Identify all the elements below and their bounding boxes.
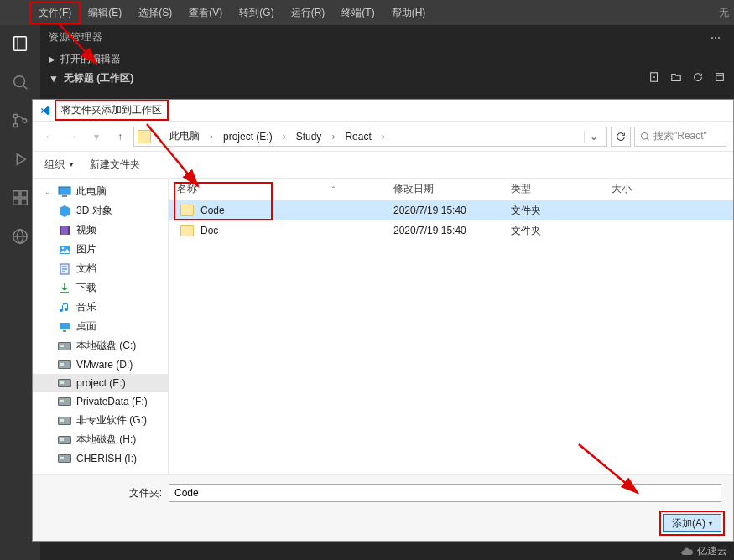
dialog-footer: 文件夹: 添加(A) ▾ <box>33 474 733 541</box>
tree-item-label: 本地磁盘 (C:) <box>76 339 136 353</box>
tree-item-label: 此电脑 <box>76 184 107 199</box>
tree-item[interactable]: 非专业软件 (G:) <box>33 411 168 430</box>
window-title-right: 无 <box>719 6 734 20</box>
tree-item[interactable]: CHERISH (I:) <box>33 449 168 468</box>
menu-view[interactable]: 查看(V) <box>180 3 231 23</box>
svg-point-1 <box>13 114 18 118</box>
chevron-right-icon: › <box>378 131 388 143</box>
tree-item-label: 非专业软件 (G:) <box>76 413 147 428</box>
workspace-section[interactable]: ▼ 无标题 (工作区) <box>40 69 734 88</box>
disk-icon <box>58 395 71 408</box>
menu-select[interactable]: 选择(S) <box>130 3 180 23</box>
menu-run[interactable]: 运行(R) <box>283 3 334 23</box>
workspace-label: 无标题 (工作区) <box>64 71 133 86</box>
chevron-right-icon: › <box>328 131 338 143</box>
doc-icon <box>58 262 71 276</box>
svg-rect-4 <box>13 191 19 197</box>
tree-item[interactable]: 音乐 <box>33 298 168 317</box>
file-date: 2020/7/19 15:40 <box>385 225 502 236</box>
tree-item[interactable]: VMware (D:) <box>33 355 168 374</box>
disk-icon <box>58 414 71 428</box>
menu-file[interactable]: 文件(F) <box>30 3 80 23</box>
nav-recent-icon[interactable]: ▾ <box>86 127 107 147</box>
extensions-icon[interactable] <box>10 188 30 208</box>
tree-item-label: 3D 对象 <box>76 204 112 218</box>
collapse-icon[interactable] <box>714 71 726 86</box>
tree-item[interactable]: 文档 <box>33 259 168 278</box>
explorer-panel: 资源管理器 ⋯ ▶ 打开的编辑器 ▼ 无标题 (工作区) <box>40 25 734 101</box>
crumb-react[interactable]: React <box>340 129 376 144</box>
monitor-icon <box>58 185 71 199</box>
dialog-toolbar: 组织▼ 新建文件夹 <box>33 152 733 179</box>
crumb-study[interactable]: Study <box>291 129 327 144</box>
file-type: 文件夹 <box>502 204 603 218</box>
more-icon[interactable]: ⋯ <box>707 32 726 44</box>
column-date[interactable]: 修改日期 <box>385 182 502 196</box>
tree-item[interactable]: 视频 <box>33 220 168 240</box>
breadcrumb[interactable]: › 此电脑 › project (E:) › Study › React › ⌄ <box>133 127 607 147</box>
menu-help[interactable]: 帮助(H) <box>383 3 435 23</box>
music-icon <box>58 301 71 314</box>
svg-rect-16 <box>68 226 70 235</box>
tree-this-pc[interactable]: ⌄ 此电脑 <box>33 182 168 201</box>
svg-rect-13 <box>62 195 67 197</box>
tree-item[interactable]: 本地磁盘 (C:) <box>33 336 168 355</box>
svg-rect-15 <box>60 226 61 235</box>
split-dropdown-icon: ▾ <box>709 520 712 527</box>
svg-rect-21 <box>63 330 66 332</box>
refresh-button[interactable] <box>611 127 631 147</box>
tree-item[interactable]: 3D 对象 <box>33 201 168 220</box>
debug-icon[interactable] <box>10 149 30 169</box>
svg-rect-7 <box>21 199 27 205</box>
new-folder-button[interactable]: 新建文件夹 <box>90 158 140 172</box>
search-input[interactable]: 搜索"React" <box>634 127 726 147</box>
menu-go[interactable]: 转到(G) <box>231 3 282 23</box>
breadcrumb-dropdown-icon[interactable]: ⌄ <box>584 131 603 143</box>
search-icon[interactable] <box>10 72 30 92</box>
svg-rect-5 <box>21 191 27 197</box>
search-icon <box>640 132 650 142</box>
dialog-titlebar: 将文件夹添加到工作区 <box>33 100 733 122</box>
explorer-icon[interactable] <box>10 34 30 54</box>
disk-icon <box>58 340 71 353</box>
file-row[interactable]: Code 2020/7/19 15:40 文件夹 <box>169 200 733 220</box>
disk-icon <box>58 358 71 371</box>
svg-rect-20 <box>60 323 70 329</box>
nav-up-icon[interactable]: ↑ <box>110 127 130 147</box>
tree-item[interactable]: PrivateData (F:) <box>33 392 168 411</box>
source-control-icon[interactable] <box>10 111 30 131</box>
column-name[interactable]: 名称ˆ <box>169 182 385 196</box>
refresh-icon[interactable] <box>692 71 704 86</box>
tree-item[interactable]: project (E:) <box>33 374 168 392</box>
vscode-logo-icon <box>39 105 51 117</box>
open-editors-section[interactable]: ▶ 打开的编辑器 <box>40 49 734 69</box>
tree-item[interactable]: 图片 <box>33 240 168 259</box>
tree-item[interactable]: 下载 <box>33 278 168 298</box>
menu-terminal[interactable]: 终端(T) <box>333 3 383 23</box>
column-type[interactable]: 类型 <box>502 182 603 196</box>
menu-edit[interactable]: 编辑(E) <box>80 3 130 23</box>
svg-point-2 <box>13 123 18 127</box>
file-list-header: 名称ˆ 修改日期 类型 大小 <box>169 179 733 200</box>
svg-rect-6 <box>13 199 19 205</box>
chevron-right-icon: › <box>153 131 163 143</box>
crumb-root[interactable]: 此电脑 <box>164 127 205 145</box>
tree-item[interactable]: 桌面 <box>33 317 168 336</box>
search-placeholder: 搜索"React" <box>653 129 707 143</box>
tree-item-label: 音乐 <box>76 300 96 314</box>
add-button[interactable]: 添加(A) ▾ <box>663 514 721 532</box>
nav-forward-icon[interactable]: → <box>63 127 83 147</box>
column-size[interactable]: 大小 <box>603 182 733 196</box>
new-file-icon[interactable] <box>648 71 660 86</box>
nav-back-icon[interactable]: ← <box>39 127 60 147</box>
remote-icon[interactable] <box>10 226 30 246</box>
crumb-drive[interactable]: project (E:) <box>218 129 278 144</box>
folder-name-input[interactable] <box>169 484 721 502</box>
tree-item-label: 视频 <box>76 223 96 237</box>
tree-item[interactable]: 本地磁盘 (H:) <box>33 430 168 449</box>
organize-button[interactable]: 组织▼ <box>44 158 75 172</box>
new-folder-icon[interactable] <box>670 71 682 86</box>
file-row[interactable]: Doc 2020/7/19 15:40 文件夹 <box>169 220 733 241</box>
tree-item-label: 桌面 <box>76 319 96 334</box>
explorer-title: 资源管理器 <box>49 30 707 44</box>
